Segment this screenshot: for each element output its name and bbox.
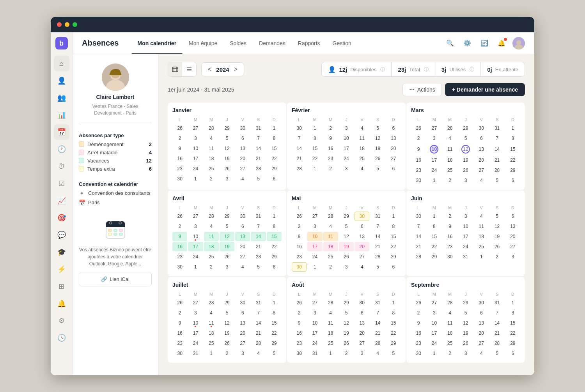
- cal-day[interactable]: 20: [235, 154, 250, 163]
- cal-day[interactable]: 19: [220, 242, 234, 251]
- cal-day[interactable]: 22: [267, 242, 282, 251]
- cal-day[interactable]: 14: [489, 144, 504, 155]
- cal-day[interactable]: 5: [251, 262, 266, 272]
- cal-day[interactable]: 8: [505, 308, 520, 318]
- cal-day[interactable]: 20: [474, 328, 489, 338]
- cal-day[interactable]: 19: [458, 155, 473, 165]
- cal-day[interactable]: 6: [386, 124, 401, 133]
- cal-day[interactable]: 26: [489, 242, 504, 251]
- cal-day[interactable]: 15: [267, 232, 282, 241]
- cal-day[interactable]: 3: [427, 134, 441, 143]
- cal-day[interactable]: 3: [339, 124, 354, 133]
- cal-day[interactable]: 2: [292, 308, 307, 318]
- cal-day[interactable]: 3: [307, 222, 322, 231]
- cal-day[interactable]: 4: [443, 308, 457, 318]
- cal-day[interactable]: 28: [443, 124, 457, 133]
- cal-day[interactable]: 26: [458, 339, 473, 348]
- cal-day[interactable]: 19: [339, 328, 354, 338]
- cal-day[interactable]: 15: [267, 318, 282, 328]
- cal-day[interactable]: 29: [386, 339, 401, 348]
- tab-gestion[interactable]: Gestion: [326, 32, 358, 54]
- cal-day[interactable]: 11: [474, 222, 489, 231]
- cal-day[interactable]: 7: [251, 308, 266, 318]
- nav-flow-icon[interactable]: ⚡: [54, 261, 69, 277]
- cal-day[interactable]: 9: [323, 134, 338, 143]
- cal-day[interactable]: 26: [220, 164, 234, 173]
- cal-day[interactable]: 24: [458, 242, 473, 251]
- cal-day[interactable]: 26: [172, 124, 187, 133]
- cal-day[interactable]: 29: [458, 124, 473, 133]
- cal-day[interactable]: 1: [386, 212, 401, 221]
- cal-day[interactable]: 4: [474, 212, 489, 221]
- cal-day[interactable]: 16: [323, 144, 338, 153]
- cal-day[interactable]: 15: [307, 144, 322, 153]
- cal-day[interactable]: 11: [443, 144, 457, 155]
- cal-day[interactable]: 24: [427, 166, 441, 175]
- cal-day[interactable]: 26: [292, 212, 307, 221]
- cal-day[interactable]: 1: [188, 174, 203, 184]
- cal-day[interactable]: 29: [505, 166, 520, 175]
- cal-day[interactable]: 16: [172, 328, 187, 338]
- cal-day[interactable]: 1: [307, 124, 322, 133]
- cal-day[interactable]: 4: [204, 134, 219, 143]
- cal-day[interactable]: 18: [323, 328, 338, 338]
- cal-day[interactable]: 30: [474, 124, 489, 133]
- cal-day[interactable]: 8: [427, 222, 441, 231]
- cal-day[interactable]: 6: [235, 134, 250, 143]
- cal-day[interactable]: 7: [292, 134, 307, 143]
- search-icon[interactable]: 🔍: [444, 37, 456, 49]
- cal-day[interactable]: 31: [370, 212, 385, 221]
- cal-day[interactable]: 20: [474, 155, 489, 165]
- cal-day[interactable]: 2: [172, 134, 187, 143]
- tab-mon-equipe[interactable]: Mon équipe: [183, 32, 223, 54]
- cal-day[interactable]: 31: [251, 212, 266, 221]
- user-avatar[interactable]: [512, 37, 525, 49]
- cal-day[interactable]: 2: [339, 349, 354, 358]
- cal-day[interactable]: 18: [204, 328, 219, 338]
- cal-day[interactable]: 30: [355, 298, 369, 307]
- cal-day[interactable]: 2: [323, 124, 338, 133]
- cal-day[interactable]: 29: [427, 252, 441, 261]
- cal-day[interactable]: 9: [292, 232, 307, 241]
- cal-day[interactable]: 25: [323, 339, 338, 348]
- cal-day[interactable]: 16: [292, 242, 307, 251]
- cal-day[interactable]: 7: [411, 222, 426, 231]
- cal-day[interactable]: 26: [220, 252, 234, 261]
- cal-day[interactable]: 4: [251, 349, 266, 358]
- cal-day[interactable]: 24: [339, 154, 354, 163]
- next-year-button[interactable]: >: [232, 66, 239, 73]
- nav-calendar-icon[interactable]: 📅: [54, 124, 69, 140]
- cal-day[interactable]: 29: [220, 124, 234, 133]
- cal-day[interactable]: 27: [355, 339, 369, 348]
- cal-day[interactable]: 26: [292, 298, 307, 307]
- cal-day[interactable]: 24: [188, 252, 203, 261]
- cal-day[interactable]: 6: [474, 308, 489, 318]
- cal-day[interactable]: 5: [220, 134, 234, 143]
- cal-day[interactable]: 20: [235, 328, 250, 338]
- cal-day[interactable]: 6: [505, 176, 520, 185]
- cal-day[interactable]: 11: [355, 134, 369, 143]
- cal-day[interactable]: 27: [307, 298, 322, 307]
- cal-day[interactable]: 6: [235, 308, 250, 318]
- cal-day[interactable]: 29: [339, 298, 354, 307]
- cal-day[interactable]: 30: [443, 252, 457, 261]
- cal-day[interactable]: 29: [267, 164, 282, 173]
- cal-day[interactable]: 30: [235, 124, 250, 133]
- cal-day[interactable]: 6: [235, 222, 250, 231]
- cal-day[interactable]: 11: [204, 232, 219, 241]
- cal-day[interactable]: 5: [489, 212, 504, 221]
- nav-home-icon[interactable]: ⌂: [54, 56, 69, 71]
- cal-day[interactable]: 30: [235, 298, 250, 307]
- cal-day[interactable]: 16: [411, 328, 426, 338]
- actions-button[interactable]: ⋯ Actions: [402, 83, 442, 96]
- cal-day[interactable]: 6: [474, 134, 489, 143]
- cal-day[interactable]: 5: [370, 164, 385, 173]
- cal-day[interactable]: 27: [427, 298, 441, 307]
- cal-day[interactable]: 18: [443, 155, 457, 165]
- cal-day[interactable]: 3: [188, 308, 203, 318]
- cal-day[interactable]: 13: [235, 318, 250, 328]
- cal-day[interactable]: 25: [474, 242, 489, 251]
- cal-day[interactable]: 31: [307, 349, 322, 358]
- cal-day[interactable]: 15: [505, 318, 520, 328]
- cal-day[interactable]: 28: [204, 212, 219, 221]
